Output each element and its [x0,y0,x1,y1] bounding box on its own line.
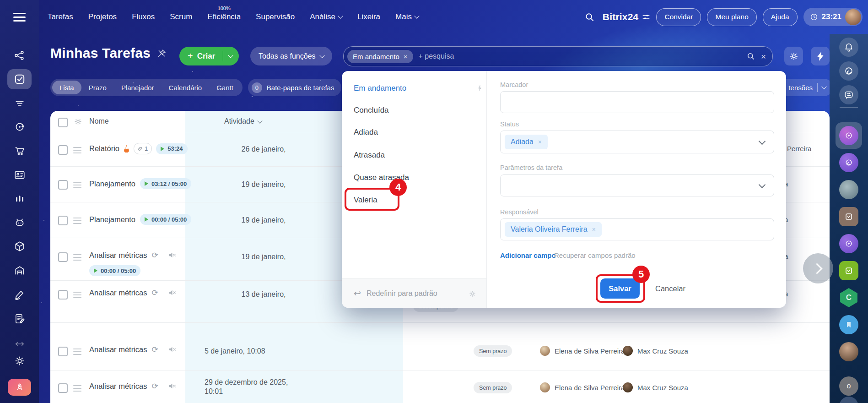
cancel-button[interactable]: Cancelar [655,278,685,299]
row-checkbox[interactable] [58,216,68,225]
column-header-atividade[interactable]: Atividade [224,117,262,125]
timer-chip[interactable]: 03:12 / 05:00 [140,178,191,189]
column-header-nome[interactable]: Nome [89,117,109,125]
search-icon[interactable] [584,12,595,22]
status-value-chip[interactable]: Adiada × [505,135,548,149]
person-avatar[interactable] [623,382,633,392]
gear-icon[interactable] [469,290,476,298]
clock-widget[interactable]: 23:21 [803,8,863,26]
boost-button[interactable] [8,379,31,396]
task-name[interactable]: Planejamento [89,215,135,224]
menu-item-lixeira[interactable]: Lixeira [357,12,380,22]
sidebar-item-drive[interactable] [0,265,39,277]
person-name[interactable]: Max Cruz Souza [637,347,688,355]
responsavel-input[interactable]: Valeria Oliveira Ferreira × [500,218,774,240]
mute-icon[interactable] [168,251,176,259]
app-icon-partial[interactable] [839,397,858,403]
drag-handle-icon[interactable] [73,147,81,155]
table-row[interactable]: Analisar métricas ⟳ 5 de janeiro, 10:08 … [50,322,830,370]
menu-item-scrum[interactable]: Scrum [170,12,192,22]
drag-handle-icon[interactable] [73,349,81,356]
responsavel-value-chip[interactable]: Valeria Oliveira Ferreira × [505,222,602,237]
status-select[interactable]: Adiada × [500,131,774,153]
copilot-button[interactable] [839,61,858,81]
search-placeholder[interactable]: + pesquisa [419,52,741,60]
app-icon-photo[interactable] [839,180,858,199]
my-plan-button[interactable]: Meu plano [707,8,756,26]
clear-search-icon[interactable]: × [761,52,766,61]
pin-icon[interactable] [477,85,483,92]
preset-em-andamento[interactable]: Em andamento [354,84,406,93]
select-all-checkbox[interactable] [58,118,68,127]
row-checkbox[interactable] [58,347,68,356]
app-icon-marketplace-3[interactable] [839,234,858,253]
tab-prazo[interactable]: Prazo [81,81,114,94]
menu-item-projetos[interactable]: Projetos [88,12,117,22]
drag-handle-icon[interactable] [73,254,81,262]
sidebar-item-network[interactable] [0,49,39,61]
drag-handle-icon[interactable] [73,218,81,225]
menu-item-mais[interactable]: Mais [395,12,419,22]
sidebar-item-my-tasks[interactable] [0,73,39,85]
app-icon-hexagon-c[interactable]: C [839,288,858,307]
role-scope-dropdown[interactable]: Todas as funções [250,47,332,65]
person-avatar[interactable] [623,346,633,356]
task-name[interactable]: Analisar métricas [89,251,147,260]
person-name[interactable]: Elena de Silva Perreira [555,347,625,355]
drag-handle-icon[interactable] [73,385,81,393]
sidebar-item-ai-assistant[interactable] [0,217,39,229]
timer-chip[interactable]: 53:24 [156,143,187,154]
task-name[interactable]: Relatório [89,144,119,153]
sidebar-item-packages[interactable] [0,240,39,252]
notifications-bell-button[interactable] [839,38,858,57]
person-avatar[interactable] [540,382,550,392]
person-name[interactable]: Elena de Silva Perreira [555,384,625,392]
view-settings-button[interactable] [784,47,803,65]
app-icon-green-tasks[interactable] [839,261,858,280]
row-checkbox[interactable] [58,290,68,300]
drag-handle-icon[interactable] [73,182,81,190]
table-row[interactable]: Analisar métricas ⟳ 29 de dezembro de 20… [50,370,830,403]
reset-to-default-button[interactable]: ↩ Redefinir para padrão [342,278,486,308]
preset-concluida[interactable]: Concluída [354,106,389,115]
restore-fields-link[interactable]: Recuperar campos padrão [554,251,636,259]
menu-item-tarefas[interactable]: Tarefas [48,12,73,22]
filter-chip-em-andamento[interactable]: Em andamento × [347,50,413,63]
menu-item-analise[interactable]: Análise [310,12,342,22]
preset-adiada[interactable]: Adiada [354,128,378,137]
sidebar-item-contacts[interactable] [0,169,39,181]
sidebar-item-sign[interactable] [0,289,39,300]
sidebar-item-market[interactable] [0,145,39,157]
automation-button[interactable] [811,47,830,65]
parametros-select[interactable] [500,174,774,196]
drag-handle-icon[interactable] [73,292,81,300]
mute-icon[interactable] [168,382,176,390]
invite-button[interactable]: Convidar [656,8,701,26]
task-search-bar[interactable]: Em andamento × + pesquisa × [343,46,773,66]
tab-gantt[interactable]: Gantt [209,81,241,94]
help-button[interactable]: Ajuda [763,8,798,26]
chevron-down-icon[interactable] [228,53,233,58]
timer-chip[interactable]: 00:00 / 05:00 [89,265,140,276]
app-icon-marketplace-2[interactable] [839,153,858,172]
menu-item-supervisao[interactable]: Supervisão [256,12,295,22]
task-chats-button[interactable]: 0 Bate-papos de tarefas [248,79,342,96]
preset-atrasada[interactable]: Atrasada [354,151,385,160]
app-icon-tasks-widget[interactable] [839,207,858,226]
task-name[interactable]: Planejamento [89,180,135,188]
person-name[interactable]: Max Cruz Souza [637,384,688,392]
pin-icon[interactable] [157,49,167,58]
sidebar-collapse-handle[interactable] [0,338,39,350]
app-icon-avatar[interactable] [839,342,858,361]
deadline-chip[interactable]: Sem prazo [474,345,512,357]
row-checkbox[interactable] [58,145,68,155]
messenger-button[interactable] [839,85,858,104]
attachment-badge[interactable]: 1 [134,143,152,154]
user-avatar[interactable] [845,9,861,25]
search-icon[interactable] [746,52,755,61]
app-icon-bookmark[interactable] [839,315,858,334]
row-checkbox[interactable] [58,180,68,190]
menu-item-eficiencia[interactable]: 100% Eficiência [207,12,241,22]
row-checkbox[interactable] [58,383,68,393]
tab-planejador[interactable]: Planejador [114,81,162,94]
